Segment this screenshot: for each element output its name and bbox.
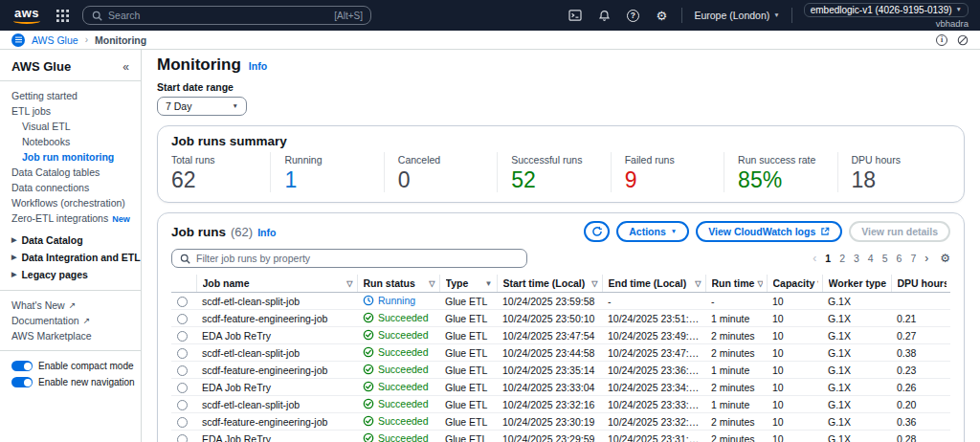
divider bbox=[0, 350, 141, 351]
column-filter-icon[interactable]: ▽ bbox=[757, 279, 762, 288]
apps-grid-icon[interactable] bbox=[54, 7, 71, 24]
job-runs-info-link[interactable]: Info bbox=[257, 227, 276, 238]
pagination-next-icon[interactable]: › bbox=[924, 253, 928, 264]
column-header[interactable]: Worker type▽ bbox=[822, 275, 891, 293]
pagination-page[interactable]: 4 bbox=[868, 253, 874, 264]
chevron-down-icon: ▼ bbox=[956, 7, 962, 13]
pagination-page[interactable]: 6 bbox=[897, 253, 902, 264]
pagination-page[interactable]: 2 bbox=[839, 253, 845, 264]
row-select-radio[interactable] bbox=[177, 348, 188, 359]
pagination-page[interactable]: 7 bbox=[910, 253, 916, 264]
region-selector[interactable]: Europe (London) ▼ bbox=[694, 10, 779, 21]
sidebar-item[interactable]: Job run monitoring bbox=[11, 149, 129, 165]
sidebar-link[interactable]: AWS Marketplace bbox=[11, 328, 129, 343]
side-nav-toggle[interactable] bbox=[11, 33, 25, 47]
account-menu[interactable]: embedlogic-v1 (4026-9195-0139) ▼ vbhadra bbox=[804, 3, 969, 29]
page-info-link[interactable]: Info bbox=[249, 60, 267, 72]
column-header[interactable]: Capacity▽ bbox=[767, 275, 822, 293]
actions-button[interactable]: Actions ▼ bbox=[616, 221, 689, 242]
sidebar-header: AWS Glue « bbox=[11, 59, 129, 74]
filter-input[interactable] bbox=[196, 253, 519, 264]
job-runs-summary-card: Job runs summary Total runs62 Running1 C… bbox=[157, 125, 965, 203]
sidebar-item[interactable]: Workflows (orchestration) bbox=[11, 195, 129, 210]
cell-type: Glue ETL bbox=[439, 431, 497, 442]
help-glyph: ? bbox=[627, 10, 639, 22]
table-row[interactable]: EDA Job ReTry Succeeded Glue ETL 10/24/2… bbox=[171, 431, 950, 442]
column-header[interactable]: Job name▽ bbox=[196, 275, 357, 293]
column-filter-icon[interactable]: ▽ bbox=[591, 279, 597, 288]
aws-logo[interactable]: aws bbox=[11, 6, 42, 25]
table-row[interactable]: EDA Job ReTry Succeeded Glue ETL 10/24/2… bbox=[171, 327, 950, 344]
table-row[interactable]: scdf-feature-engineering-job Succeeded G… bbox=[171, 413, 950, 431]
settings-gear-icon[interactable]: ⚙ bbox=[653, 7, 670, 24]
cell-start-time: 10/24/2025 23:47:54 bbox=[497, 327, 602, 344]
sidebar-item[interactable]: Zero-ETL integrationsNew bbox=[11, 210, 129, 226]
column-filter-icon[interactable]: ▼ bbox=[485, 279, 493, 288]
column-header[interactable]: Run status▽ bbox=[357, 275, 439, 293]
help-icon[interactable]: ? bbox=[624, 7, 641, 24]
date-range-select[interactable]: 7 Day ▼ bbox=[157, 97, 247, 116]
table-row[interactable]: scdf-etl-clean-split-job Succeeded Glue … bbox=[171, 396, 950, 413]
sidebar-item[interactable]: Visual ETL bbox=[11, 119, 129, 134]
table-row[interactable]: scdf-feature-engineering-job Succeeded G… bbox=[171, 310, 950, 327]
table-row[interactable]: EDA Job ReTry Succeeded Glue ETL 10/24/2… bbox=[171, 379, 950, 396]
row-select-radio[interactable] bbox=[177, 331, 188, 342]
column-label: Run status bbox=[364, 277, 415, 289]
row-select-radio[interactable] bbox=[177, 434, 188, 442]
sidebar-section[interactable]: ▶Data Integration and ETL bbox=[11, 249, 129, 266]
cell-capacity: 10 bbox=[767, 413, 822, 431]
row-select-radio[interactable] bbox=[177, 417, 188, 428]
global-search[interactable]: [Alt+S] bbox=[82, 6, 371, 25]
column-header[interactable]: End time (Local)▽ bbox=[602, 275, 705, 293]
pagination-page[interactable]: 3 bbox=[854, 253, 859, 264]
sidebar-item[interactable]: Notebooks bbox=[11, 134, 129, 149]
sidebar-item-label: Zero-ETL integrations bbox=[11, 212, 108, 224]
column-header[interactable]: Run time▽ bbox=[705, 275, 767, 293]
row-select-radio[interactable] bbox=[177, 297, 188, 307]
row-select-radio[interactable] bbox=[177, 365, 188, 376]
column-header[interactable]: Type▼ bbox=[439, 275, 497, 293]
feedback-slash-icon[interactable] bbox=[957, 34, 969, 46]
table-row[interactable]: scdf-feature-engineering-job Succeeded G… bbox=[171, 362, 950, 379]
pagination-prev-icon[interactable]: ‹ bbox=[813, 253, 816, 264]
sidebar-item[interactable]: Data connections bbox=[11, 180, 129, 195]
cell-run-status: Running bbox=[357, 293, 439, 310]
sidebar-link[interactable]: Documentation↗ bbox=[11, 313, 129, 328]
account-dropdown[interactable]: embedlogic-v1 (4026-9195-0139) ▼ bbox=[804, 3, 969, 17]
column-filter-icon[interactable]: ▽ bbox=[429, 279, 434, 288]
toggle-switch[interactable] bbox=[11, 377, 33, 387]
table-row[interactable]: scdf-etl-clean-split-job Running Glue ET… bbox=[171, 293, 950, 310]
sidebar-collapse-icon[interactable]: « bbox=[122, 60, 129, 74]
row-select-radio[interactable] bbox=[177, 383, 188, 393]
sidebar-item[interactable]: ETL jobs bbox=[11, 103, 129, 119]
refresh-button[interactable] bbox=[584, 221, 610, 242]
toggle-switch[interactable] bbox=[11, 361, 33, 371]
status-badge: Succeeded bbox=[363, 312, 429, 323]
column-header[interactable]: DPU hours▽ bbox=[891, 275, 950, 293]
table-row[interactable]: scdf-etl-clean-split-job Succeeded Glue … bbox=[171, 344, 950, 362]
sidebar-section[interactable]: ▶Data Catalog bbox=[11, 232, 129, 249]
sidebar-link[interactable]: What's New↗ bbox=[11, 298, 129, 313]
pagination-page[interactable]: 1 bbox=[825, 253, 831, 264]
column-header[interactable]: Start time (Local)▽ bbox=[497, 275, 602, 293]
sidebar-section[interactable]: ▶Legacy pages bbox=[11, 266, 129, 283]
global-search-input[interactable] bbox=[108, 10, 328, 21]
column-label: Start time (Local) bbox=[503, 277, 586, 289]
column-filter-icon[interactable]: ▽ bbox=[695, 279, 701, 288]
view-run-details-button[interactable]: View run details bbox=[849, 221, 950, 242]
cloudshell-icon[interactable] bbox=[567, 7, 584, 24]
pagination-page[interactable]: 5 bbox=[882, 253, 888, 264]
status-badge: Succeeded bbox=[363, 364, 429, 375]
info-panel-icon[interactable]: i bbox=[936, 34, 947, 46]
sidebar-item[interactable]: Data Catalog tables bbox=[11, 165, 129, 180]
breadcrumb-service-link[interactable]: AWS Glue bbox=[32, 34, 78, 46]
external-link-icon: ↗ bbox=[69, 300, 77, 310]
filter-box[interactable] bbox=[171, 249, 527, 268]
sidebar-item[interactable]: Getting started bbox=[11, 88, 129, 103]
column-filter-icon[interactable]: ▽ bbox=[346, 279, 352, 288]
table-settings-gear-icon[interactable]: ⚙ bbox=[940, 253, 950, 264]
notifications-bell-icon[interactable] bbox=[595, 7, 612, 24]
view-cloudwatch-logs-button[interactable]: View CloudWatch logs bbox=[696, 221, 842, 242]
row-select-radio[interactable] bbox=[177, 400, 188, 410]
row-select-radio[interactable] bbox=[177, 314, 188, 324]
